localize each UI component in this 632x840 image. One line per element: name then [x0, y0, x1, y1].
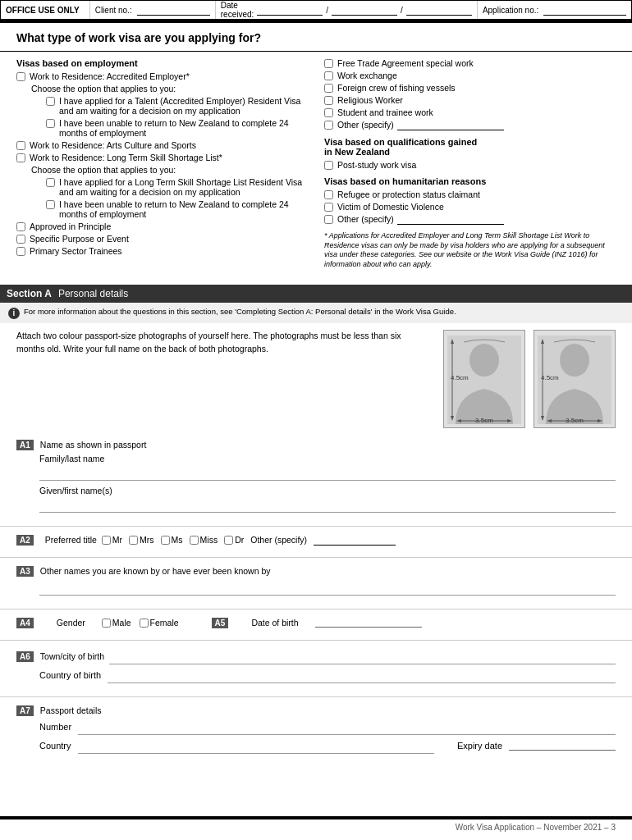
a6-town-input[interactable] — [109, 649, 616, 664]
footer: Work Visa Application – November 2021 – … — [456, 823, 616, 832]
checkbox-work-exchange[interactable] — [324, 71, 333, 80]
checkbox-miss[interactable] — [190, 536, 199, 545]
a2-badge: A2 — [16, 535, 34, 546]
client-no-cell: Client no.: — [90, 1, 216, 19]
checkbox-domestic-violence[interactable] — [324, 203, 333, 212]
info-icon: i — [8, 308, 20, 319]
checkbox-other-top[interactable] — [324, 121, 333, 130]
a3-section: A3 Other names you are known by or have … — [0, 561, 632, 605]
a7-number-input[interactable] — [78, 719, 616, 735]
a7-country-label: Country — [39, 741, 71, 751]
a3-row: A3 Other names you are known by or have … — [16, 566, 616, 577]
svg-point-1 — [469, 344, 499, 377]
checkbox-religious-worker[interactable] — [324, 96, 333, 105]
visa-talent-applied: I have applied for a Talent (Accredited … — [16, 96, 308, 116]
footnote: * Applications for Accredited Employer a… — [324, 231, 616, 270]
visa-qualifications: Visa based on qualifications gainedin Ne… — [324, 137, 616, 170]
checkbox-mr[interactable] — [102, 536, 111, 545]
checkbox-accredited-employer[interactable] — [16, 72, 25, 81]
checkbox-arts-culture[interactable] — [16, 141, 25, 150]
date-dd-field[interactable] — [257, 4, 323, 16]
a3-input[interactable] — [39, 580, 616, 596]
application-no-label: Application no.: — [483, 6, 538, 15]
visa-right-column: Free Trade Agreement special work Work e… — [324, 58, 616, 270]
client-no-label: Client no.: — [95, 6, 132, 15]
checkbox-unable-return-1[interactable] — [46, 119, 55, 128]
visa-religious-worker: Religious Worker — [324, 95, 616, 105]
info-note-text: For more information about the questions… — [24, 307, 456, 316]
employment-heading: Visas based on employment — [16, 58, 308, 68]
checkbox-long-term[interactable] — [16, 153, 25, 162]
a7-country-input[interactable] — [78, 738, 434, 754]
title-mrs: Mrs — [129, 535, 154, 545]
a4-a5-section: A4 Gender Male Female A5 Date of birth — [0, 613, 632, 637]
checkbox-refugee[interactable] — [324, 190, 333, 199]
other-specify-top-input[interactable] — [397, 120, 504, 130]
office-use-only-label: OFFICE USE ONLY — [6, 6, 80, 15]
date-mm-field[interactable] — [332, 4, 397, 16]
a7-number-label: Number — [39, 722, 71, 732]
a6-badge: A6 — [16, 651, 34, 662]
footer-text: Work Visa Application – November 2021 – … — [456, 823, 616, 832]
office-use-only-cell: OFFICE USE ONLY — [1, 1, 90, 19]
checkbox-mrs[interactable] — [129, 536, 138, 545]
a1-family-block: Family/last name — [16, 454, 616, 481]
divider-a2 — [0, 557, 632, 558]
a7-section: A7 Passport details Number Country Expir… — [0, 701, 632, 764]
visa-approved-principle: Approved in Principle — [16, 221, 308, 231]
checkbox-free-trade[interactable] — [324, 59, 333, 68]
page: OFFICE USE ONLY Client no.: Date receive… — [0, 0, 632, 840]
a6-country-block: Country of birth — [16, 668, 616, 683]
checkbox-specific-purpose[interactable] — [16, 235, 25, 244]
a6-country-label: Country of birth — [39, 670, 101, 680]
a1-section: A1 Name as shown in passport Family/last… — [0, 435, 632, 523]
checkbox-unable-return-2[interactable] — [46, 200, 55, 209]
title-mr: Mr — [102, 535, 122, 545]
date-yyyy-field[interactable] — [406, 4, 472, 16]
checkbox-longterm-applied[interactable] — [46, 178, 55, 187]
checkbox-talent-applied[interactable] — [46, 97, 55, 106]
photos-area: 4.5cm 3.5cm — [443, 330, 616, 428]
a4-badge: A4 — [16, 618, 34, 628]
a7-number-row: Number — [39, 719, 616, 735]
a7-expiry-input[interactable] — [509, 741, 616, 751]
a6-section: A6 Town/city of birth Country of birth — [0, 644, 632, 693]
checkbox-other-humanitarian[interactable] — [324, 215, 333, 224]
checkbox-male[interactable] — [102, 619, 111, 628]
photo1-v-dim: 4.5cm — [451, 374, 469, 381]
a1-given-input[interactable] — [39, 497, 616, 513]
a4-a5-row: A4 Gender Male Female A5 Date of birth — [16, 618, 616, 628]
humanitarian-heading: Visas based on humanitarian reasons — [324, 176, 616, 186]
visa-accredited-employer: Work to Residence: Accredited Employer* — [16, 71, 308, 81]
client-no-field[interactable] — [137, 4, 210, 16]
application-no-field[interactable] — [543, 4, 626, 16]
checkbox-foreign-crew[interactable] — [324, 84, 333, 93]
a3-label: Other names you are known by or have eve… — [40, 566, 271, 576]
a7-badge: A7 — [16, 705, 34, 716]
photo-box-2: 4.5cm 3.5cm — [534, 330, 616, 428]
a7-expiry-label: Expiry date — [457, 741, 502, 751]
checkbox-primary-sector[interactable] — [16, 247, 25, 256]
title-ms: Ms — [161, 535, 183, 545]
a7-country-row: Country Expiry date — [39, 738, 616, 754]
a1-family-input[interactable] — [39, 465, 616, 481]
visa-arts-culture: Work to Residence: Arts Culture and Spor… — [16, 140, 308, 150]
visa-unable-return-2: I have been unable to return to New Zeal… — [16, 199, 308, 219]
visa-unable-return-1: I have been unable to return to New Zeal… — [16, 118, 308, 138]
title-dr: Dr — [224, 535, 244, 545]
checkbox-ms[interactable] — [161, 536, 170, 545]
a6-country-input[interactable] — [108, 668, 616, 683]
divider-a3 — [0, 609, 632, 609]
a2-other-input[interactable] — [314, 535, 396, 546]
visa-long-term: Work to Residence: Long Term Skill Short… — [16, 153, 308, 162]
bottom-rule — [0, 816, 632, 819]
a5-dob-input[interactable] — [315, 618, 422, 628]
checkbox-approved-principle[interactable] — [16, 222, 25, 231]
other-specify-humanitarian-input[interactable] — [397, 214, 504, 225]
checkbox-student-trainee[interactable] — [324, 108, 333, 117]
checkbox-dr[interactable] — [224, 536, 233, 545]
date-received-label: Date received: — [221, 1, 254, 19]
visa-humanitarian: Visas based on humanitarian reasons Refu… — [324, 176, 616, 225]
checkbox-female[interactable] — [140, 619, 149, 628]
checkbox-post-study[interactable] — [324, 161, 333, 170]
